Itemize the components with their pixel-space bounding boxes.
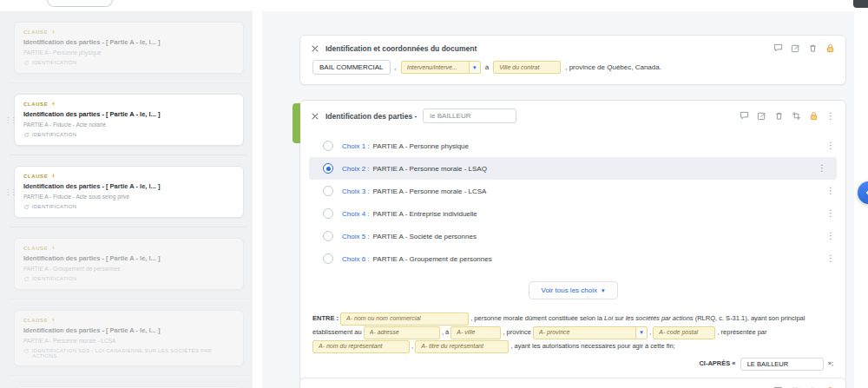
ci-apres-input[interactable]: LE BAILLEUR bbox=[740, 358, 824, 371]
choice-text: PARTIE A - Personne physique bbox=[373, 142, 469, 150]
text-run: , province de Québec, Canada. bbox=[565, 63, 661, 71]
crop-icon[interactable] bbox=[792, 111, 801, 121]
trash-icon[interactable] bbox=[774, 111, 784, 121]
choice-radio[interactable] bbox=[323, 163, 333, 174]
choice-label: Choix 6 : bbox=[342, 255, 370, 263]
choice-label: Choix 1 : bbox=[342, 142, 370, 150]
drag-handle-icon[interactable]: ⋮⋮ bbox=[4, 188, 16, 196]
field-adresse[interactable]: A- adresse bbox=[364, 326, 440, 339]
text-run: , ayant les autorisations nécessaires po… bbox=[510, 342, 674, 350]
choice-list: Choix 1 : PARTIE A - Personne physique ⋮… bbox=[300, 135, 845, 270]
panel-title: Identification des parties - bbox=[326, 112, 417, 121]
refresh-icon bbox=[23, 132, 30, 138]
choice-row[interactable]: Choix 6 : PARTIE A - Groupement de perso… bbox=[300, 247, 845, 270]
choice-label: Choix 4 : bbox=[342, 210, 370, 218]
clause-tool-icon bbox=[311, 112, 319, 121]
drag-handle-icon[interactable]: ⋮⋮ bbox=[4, 116, 16, 124]
law-title-italic: Loi sur les sociétés par actions bbox=[604, 314, 694, 322]
clause-subtitle: PARTIE A - Personne morale - LCSA bbox=[23, 338, 234, 344]
clause-tag: IDENTIFICATION bbox=[32, 60, 76, 65]
refresh-icon bbox=[23, 348, 30, 354]
text-run: , personne morale dûment constituée selo… bbox=[470, 314, 602, 322]
clause-card[interactable]: CLAUSE Identification des parties - [ Pa… bbox=[14, 22, 244, 74]
clause-card[interactable]: ⋮⋮ CLAUSE Identification des parties - [… bbox=[14, 166, 244, 218]
refresh-icon bbox=[23, 204, 30, 210]
field-nom-commercial[interactable]: A- nom ou nom commercial bbox=[340, 312, 469, 326]
clause-title: Identification des parties - [ Partie A … bbox=[23, 326, 234, 334]
edit-icon[interactable] bbox=[757, 111, 766, 121]
choice-radio[interactable] bbox=[323, 141, 333, 151]
clause-badge: CLAUSE bbox=[23, 318, 48, 323]
choice-radio[interactable] bbox=[323, 253, 333, 264]
comment-icon[interactable] bbox=[773, 43, 783, 53]
ville-contrat-field[interactable]: Ville du contrat bbox=[493, 61, 561, 74]
kebab-menu-icon[interactable]: ⋮ bbox=[826, 141, 835, 150]
ci-apres-label: CI-APRÈS « bbox=[699, 359, 735, 367]
clause-color-tab[interactable] bbox=[293, 103, 300, 143]
choice-label: Choix 3 : bbox=[342, 187, 370, 195]
text-run: à bbox=[485, 63, 489, 71]
clause-card[interactable]: CLAUSE Identification des parties - [ Pa… bbox=[14, 238, 244, 290]
field-ville[interactable]: A- ville bbox=[450, 326, 501, 339]
chevron-down-icon[interactable]: ▾ bbox=[635, 327, 647, 339]
party-name-input[interactable]: le BAILLEUR bbox=[423, 109, 516, 123]
kebab-menu-icon[interactable]: ⋮ bbox=[826, 254, 835, 263]
clause-tag: IDENTIFICATION bbox=[32, 204, 76, 209]
choice-radio[interactable] bbox=[323, 208, 333, 219]
clause-card[interactable]: ⋮⋮ CLAUSE Identification des parties - [… bbox=[14, 94, 244, 146]
lock-icon[interactable] bbox=[809, 111, 819, 121]
clause-tool-icon bbox=[311, 44, 319, 53]
intervenu-select[interactable]: Intervenu/interve... ▾ bbox=[401, 61, 481, 74]
field-titre-representant[interactable]: A- titre du représentant bbox=[415, 340, 509, 353]
choice-text: PARTIE A - Groupement de personnes bbox=[373, 255, 492, 263]
kebab-menu-icon[interactable]: ⋮ bbox=[826, 209, 835, 218]
field-province-select[interactable]: A- province ▾ bbox=[533, 326, 648, 339]
refresh-icon bbox=[23, 276, 30, 282]
kebab-menu-icon[interactable]: ⋮ bbox=[826, 112, 835, 121]
choice-row[interactable]: Choix 4 : PARTIE A - Entreprise individu… bbox=[300, 202, 845, 225]
trash-icon[interactable] bbox=[808, 43, 818, 53]
clause-badge: CLAUSE bbox=[23, 246, 48, 251]
clause-badge: CLAUSE bbox=[23, 174, 48, 179]
comment-icon[interactable] bbox=[740, 111, 749, 121]
clause-tag: IDENTIFICATION bbox=[32, 276, 76, 281]
document-editor-area: Identification et coordonnées du documen… bbox=[262, 11, 854, 388]
lock-icon[interactable] bbox=[825, 43, 835, 53]
field-code-postal[interactable]: A- code postal bbox=[653, 326, 715, 339]
clause-tag: IDENTIFICATION bbox=[32, 132, 76, 137]
kebab-menu-icon[interactable]: ⋮ bbox=[826, 232, 835, 240]
choice-row[interactable]: Choix 2 : PARTIE A - Personne morale - L… bbox=[309, 157, 837, 180]
choice-radio[interactable] bbox=[323, 231, 333, 241]
clause-subtitle: PARTIE A - Personne physique bbox=[23, 49, 234, 56]
sidebar-scroll-gutter[interactable] bbox=[253, 11, 262, 388]
kebab-menu-icon[interactable]: ⋮ bbox=[826, 187, 835, 195]
topbar-corner-widget[interactable] bbox=[853, 0, 868, 8]
choice-row[interactable]: Choix 1 : PARTIE A - Personne physique ⋮ bbox=[300, 135, 845, 157]
choice-radio[interactable] bbox=[323, 186, 333, 196]
panel-title: Identification et coordonnées du documen… bbox=[326, 44, 477, 53]
text-run: »; bbox=[828, 359, 833, 367]
text-run: , à bbox=[442, 328, 449, 336]
clause-card[interactable]: CLAUSE Identification des parties - [ Pa… bbox=[14, 310, 244, 366]
show-all-choices-button[interactable]: Voir tous les choix ▾ bbox=[529, 281, 618, 299]
field-nom-representant[interactable]: A- nom du représentant bbox=[312, 340, 410, 353]
doc-name-input[interactable]: BAIL COMMERCIAL bbox=[312, 60, 391, 75]
bolt-icon bbox=[50, 101, 56, 107]
kebab-menu-icon[interactable]: ⋮ bbox=[818, 164, 826, 173]
text-run: , bbox=[395, 63, 397, 71]
chevron-left-icon bbox=[864, 187, 868, 198]
choice-row[interactable]: Choix 3 : PARTIE A - Personne morale - L… bbox=[300, 180, 845, 202]
choice-row[interactable]: Choix 5 : PARTIE A - Société de personne… bbox=[300, 225, 845, 247]
doc-info-panel: Identification et coordonnées du documen… bbox=[299, 35, 846, 85]
chevron-down-icon[interactable]: ▾ bbox=[469, 62, 480, 73]
chevron-down-icon: ▾ bbox=[602, 287, 605, 294]
choice-text: PARTIE A - Entreprise individuelle bbox=[373, 210, 477, 218]
bolt-icon bbox=[50, 173, 56, 179]
topbar-pill-button[interactable] bbox=[47, 0, 113, 7]
next-clause-panel: Identification des parties - bbox=[299, 378, 846, 388]
clause-sidebar: CLAUSE Identification des parties - [ Pa… bbox=[0, 11, 253, 388]
choice-text: PARTIE A - Personne morale - LCSA bbox=[373, 187, 487, 195]
clause-subtitle: PARTIE A - Fiducie - Acte sous seing pri… bbox=[23, 194, 234, 200]
clause-badge: CLAUSE bbox=[23, 102, 48, 107]
edit-icon[interactable] bbox=[791, 43, 800, 53]
